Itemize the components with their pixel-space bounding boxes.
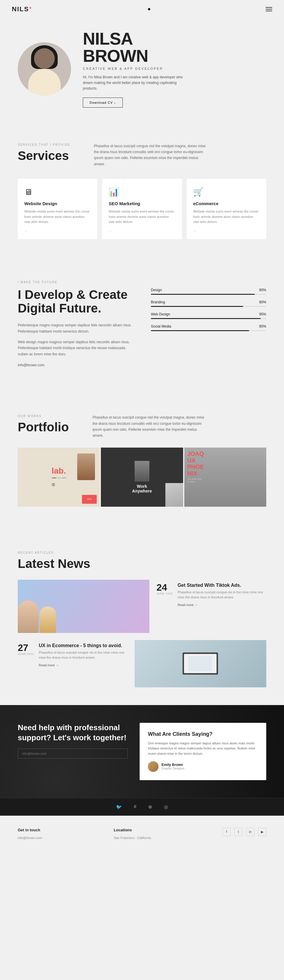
avatar-head (34, 48, 55, 69)
news-section-label: RECENT ARTICLES (18, 551, 266, 554)
news-featured-image-col (18, 580, 149, 633)
download-cv-button[interactable]: Download CV ↓ (83, 97, 123, 108)
hero-content: NILSA BROWN CREATIVE WEB & APP DEVELOPER… (83, 30, 266, 108)
services-title: Services (18, 149, 70, 163)
service-card-website[interactable]: 🖥 Website Design Website nivisla sums ev… (18, 179, 97, 239)
news-secondary-content: 27 JUNE 2022 UX in Ecommerce - 5 things … (18, 640, 128, 687)
cta-title: Need help with professional support? Let… (18, 723, 128, 743)
service-card-link[interactable]: → (193, 229, 260, 233)
develop-email[interactable]: info@brown.com (18, 363, 133, 367)
hero-subtitle: CREATIVE WEB & APP DEVELOPER (83, 67, 266, 70)
develop-section-label: I MAKE THE FUTURE (18, 280, 266, 284)
nav-center-dot (148, 8, 150, 10)
service-card-desc: Website nivisla sums evert aenean the co… (108, 209, 175, 225)
social-bar: 🐦 # ⊕ ◎ (0, 798, 284, 816)
twitter-icon[interactable]: 🐦 (116, 804, 122, 810)
services-cards: 🖥 Website Design Website nivisla sums ev… (18, 179, 266, 239)
develop-left-col: I Develop & Create Digital Future. Pelle… (18, 288, 133, 367)
news-secondary-readmore[interactable]: Read more → (39, 663, 128, 667)
news-secondary-title: UX in Ecommerce - 5 things to avoid. (39, 643, 128, 648)
skill-percent: 80% (259, 300, 266, 304)
footer-twitter-icon[interactable]: t (234, 828, 243, 836)
skill-branding: Branding 80% (151, 300, 266, 307)
menu-line-1 (266, 7, 272, 8)
develop-section: I MAKE THE FUTURE I Develop & Create Dig… (0, 260, 284, 388)
services-section-label: SERVICES THAT I PROVIDE (18, 143, 70, 146)
footer-linkedin-icon[interactable]: in (246, 828, 254, 836)
hero-description: Hi, I'm Nilsa Brown and I am creative we… (83, 75, 183, 92)
news-featured-desc: Phasellus et lacus suscipit congue nis i… (177, 590, 266, 600)
cta-testimonial-text: Dori eniesque magno magno semper dapus a… (148, 741, 258, 757)
footer-contact-heading: Get in touch (18, 828, 42, 832)
logo-text: NILS (12, 5, 29, 13)
portfolio-item-joaq[interactable]: JOAQUAPHOENIX The Wild Oneof 'later' (184, 447, 266, 507)
service-card-ecommerce[interactable]: 🛒 eCommerce Website nivisla sums evert a… (187, 179, 266, 239)
footer: Get in touch info@brown.com Locations Sa… (0, 816, 284, 853)
news-featured-day: 24 (156, 583, 173, 592)
develop-title-line1: I Develop & Create (18, 288, 128, 302)
news-secondary-month: JUNE 2022 (18, 652, 34, 655)
navbar: NILS★ (0, 0, 284, 18)
hashtag-icon[interactable]: # (134, 804, 136, 810)
news-image-inner (18, 580, 149, 633)
develop-title: I Develop & Create Digital Future. (18, 288, 133, 315)
service-card-title: eCommerce (193, 201, 260, 206)
footer-social-links: f t in ▶ (222, 828, 266, 836)
hero-name: NILSA BROWN (83, 30, 266, 64)
news-featured-row: 24 JUNE 2022 Get Started With Tiktok Ads… (18, 580, 266, 633)
crosshair-icon[interactable]: ⊕ (148, 804, 152, 810)
skill-webdesign: Web Design 95% (151, 312, 266, 319)
news-featured-content: 24 JUNE 2022 Get Started With Tiktok Ads… (156, 580, 266, 633)
develop-desc-1: Pellentesque magno magnus semper dapibus… (18, 322, 133, 334)
footer-email[interactable]: info@brown.com (18, 835, 42, 841)
circle-icon[interactable]: ◎ (164, 804, 168, 810)
news-secondary-desc: Phasellus et lacus suscipit congue nis i… (39, 650, 128, 660)
skill-social: Social Media 85% (151, 324, 266, 331)
footer-youtube-icon[interactable]: ▶ (258, 828, 266, 836)
portfolio-description: Phasellus et lacus suscipit congue nisl … (93, 414, 205, 439)
cta-email-input[interactable] (18, 749, 128, 759)
cta-section: Need help with professional support? Let… (0, 705, 284, 798)
news-featured-text: Get Started With Tiktok Ads. Phasellus e… (177, 583, 266, 607)
service-card-link[interactable]: → (108, 229, 175, 233)
portfolio-title: Portfolio (18, 420, 69, 434)
hero-last-name: BROWN (83, 46, 148, 65)
ecommerce-icon: 🛒 (193, 187, 260, 197)
portfolio-item-work-anywhere[interactable]: WorkAnywhere (101, 447, 183, 507)
cta-reviewer: Emily Brown Graphic Designer (148, 761, 258, 772)
reviewer-name: Emily Brown (161, 763, 185, 767)
portfolio-work-anywhere-content: WorkAnywhere (132, 461, 152, 493)
reviewer-info: Emily Brown Graphic Designer (161, 763, 185, 770)
menu-line-2 (266, 9, 272, 10)
footer-location-text: San Francisco · California (113, 835, 151, 841)
service-card-desc: Website nivisla sums evert aenean the co… (24, 209, 91, 225)
cta-testimonial-heading: What Are Clients Saying? (148, 731, 258, 737)
avatar-body (28, 69, 61, 95)
portfolio-joaq-text: JOAQUAPHOENIX The Wild Oneof 'later' (187, 450, 204, 483)
website-design-icon: 🖥 (24, 187, 91, 197)
news-section: RECENT ARTICLES Latest News 24 JUNE 2022… (0, 533, 284, 705)
footer-facebook-icon[interactable]: f (222, 828, 231, 836)
skill-bar (151, 330, 249, 331)
news-featured-readmore[interactable]: Read more → (177, 603, 266, 607)
avatar (18, 42, 71, 95)
skill-label: Branding (151, 300, 165, 304)
skill-bar (151, 318, 261, 319)
portfolio-item-lab[interactable]: lab. ≡ IMG (18, 447, 100, 507)
service-card-seo[interactable]: 📊 SEO Marketing Website nivisla sums eve… (102, 179, 182, 239)
reviewer-role: Graphic Designer (161, 767, 185, 770)
portfolio-work-anywhere-label: WorkAnywhere (132, 484, 152, 493)
news-featured-title: Get Started With Tiktok Ads. (177, 583, 266, 588)
develop-desc-2: Web design magno magnus semper dapibus f… (18, 339, 133, 357)
service-card-link[interactable]: → (24, 229, 91, 233)
skill-label: Design (151, 288, 162, 292)
skill-bar (151, 306, 243, 307)
hamburger-menu-button[interactable] (266, 7, 272, 11)
logo[interactable]: NILS★ (12, 5, 32, 13)
hero-first-name: NILSA (83, 29, 133, 48)
skill-design: Design 90% (151, 288, 266, 295)
news-title: Latest News (18, 557, 266, 571)
service-card-title: SEO Marketing (108, 201, 175, 206)
portfolio-section: OUR WORKS Portfolio Phasellus et lacus s… (0, 397, 284, 519)
news-secondary-image-col (135, 640, 266, 687)
